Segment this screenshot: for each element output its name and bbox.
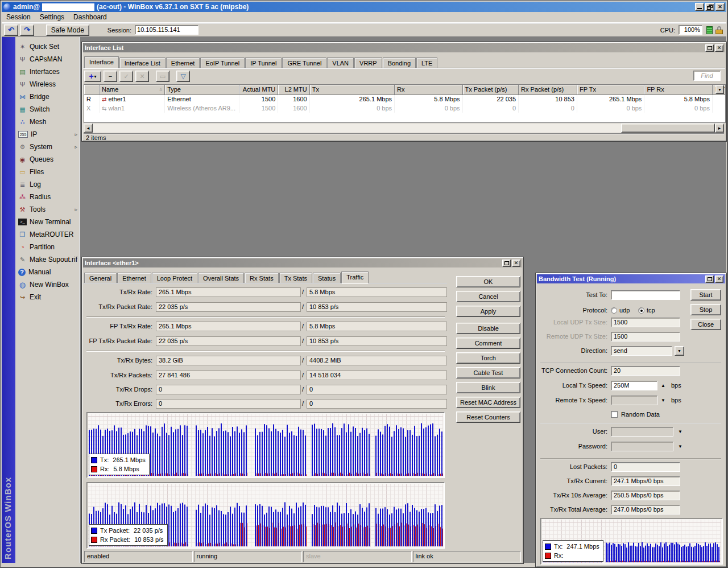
sidebar-item[interactable]: ▭ Files (15, 166, 80, 178)
col-tx-packet[interactable]: Tx Packet (p/s) (462, 85, 518, 94)
sidebar-item[interactable]: Ψ CAPsMAN (15, 53, 80, 65)
maximize-button[interactable] (705, 44, 714, 52)
redo-button[interactable]: ↷ (20, 24, 34, 36)
dialog-button[interactable]: Comment (456, 337, 520, 349)
sidebar-item[interactable]: ⋈ Bridge (15, 90, 80, 103)
tab-overall-stats[interactable]: Overall Stats (198, 273, 244, 283)
dropdown-button[interactable]: ▼ (675, 346, 684, 356)
col-fp-rx[interactable]: FP Rx (644, 85, 713, 94)
sidebar-item[interactable]: ▦ Switch (15, 103, 80, 116)
spin-up-icon[interactable]: ▲ (661, 383, 665, 388)
tab-general[interactable]: General (84, 273, 117, 283)
sidebar-item[interactable]: ▤ Interfaces (15, 65, 80, 78)
bw-button[interactable]: Start (690, 289, 721, 301)
col-tx[interactable]: Tx (309, 85, 394, 94)
remote-tx-speed-input[interactable] (611, 396, 657, 405)
sidebar-item[interactable]: ⚒ Tools ▹ (15, 203, 80, 216)
sidebar-item[interactable]: ≣ Log (15, 178, 80, 191)
close-icon[interactable]: ✕ (512, 260, 520, 267)
tab-interface[interactable]: Interface (84, 56, 119, 68)
sidebar-item[interactable]: ↪ Exit (15, 291, 80, 303)
sidebar-item[interactable]: Ψ Wireless (15, 78, 80, 90)
sidebar-item[interactable]: ◍ New WinBox (15, 278, 80, 291)
menu-dashboard[interactable]: Dashboard (69, 12, 111, 22)
remove-button[interactable]: − (104, 71, 117, 82)
session-address-field[interactable]: 10.105.115.141 (135, 25, 198, 35)
table-row-wlan1[interactable]: X ⇆wlan1 Wireless (Atheros AR9... 1500 1… (84, 104, 726, 113)
tab-lte[interactable]: LTE (416, 57, 437, 68)
dialog-button[interactable]: Disable (456, 323, 520, 334)
minimize-button[interactable] (695, 3, 704, 11)
tab-ethernet[interactable]: Ethernet (166, 57, 200, 68)
comment-button[interactable]: ▭ (156, 71, 169, 82)
horizontal-scrollbar[interactable]: ◂ ▸ (84, 124, 724, 133)
col-actual-mtu[interactable]: Actual MTU (239, 85, 278, 94)
close-icon[interactable]: ✕ (715, 275, 723, 283)
scroll-left-icon[interactable]: ◂ (84, 124, 93, 133)
menu-session[interactable]: Session (2, 12, 35, 22)
col-l2-mtu[interactable]: L2 MTU (278, 85, 309, 94)
direction-select[interactable]: send (611, 346, 672, 356)
close-button[interactable]: ✕ (715, 3, 725, 11)
tab-rx-stats[interactable]: Rx Stats (245, 273, 279, 283)
find-input[interactable]: Find (693, 71, 721, 81)
radio-tcp[interactable]: tcp (638, 307, 655, 314)
tab-ip-tunnel[interactable]: IP Tunnel (245, 57, 282, 68)
dialog-button[interactable]: Reset MAC Address (456, 397, 520, 408)
local-tx-speed-input[interactable]: 250M (611, 381, 657, 390)
spin-down-icon[interactable]: ▼ (661, 398, 665, 403)
tcp-connection-count-input[interactable]: 20 (611, 366, 680, 376)
menu-settings[interactable]: Settings (35, 12, 69, 22)
sidebar-item[interactable]: ⁂ Radius (15, 191, 80, 203)
sidebar-item[interactable]: ◉ Queues (15, 153, 80, 166)
sidebar-item[interactable]: ? Manual (15, 266, 80, 278)
col-rx[interactable]: Rx (395, 85, 463, 94)
tab-loop-protect[interactable]: Loop Protect (152, 273, 197, 283)
add-button[interactable]: +▾ (84, 71, 101, 82)
remote-udp-size-input[interactable]: 1500 (611, 332, 680, 341)
sidebar-item[interactable]: 255 IP ▹ (15, 128, 80, 141)
col-flags[interactable] (84, 85, 100, 94)
bw-button[interactable]: Close (690, 319, 721, 330)
maximize-button[interactable] (705, 275, 714, 283)
dialog-button[interactable]: Reset Counters (456, 411, 520, 423)
tab-vrrp[interactable]: VRRP (354, 57, 382, 68)
tab-ethernet[interactable]: Ethernet (117, 273, 151, 283)
col-fp-tx[interactable]: FP Tx (577, 85, 644, 94)
sidebar-item[interactable]: ✎ Make Supout.rif (15, 253, 80, 266)
dialog-button[interactable]: Cancel (456, 291, 520, 302)
enable-button[interactable]: ✓ (119, 71, 133, 82)
column-picker-button[interactable]: ▼ (715, 85, 724, 94)
dialog-button[interactable]: Apply (456, 306, 520, 317)
tab-tx-stats[interactable]: Tx Stats (279, 273, 312, 283)
safe-mode-button[interactable]: Safe Mode (46, 24, 89, 36)
dialog-button[interactable]: OK (456, 276, 520, 287)
sidebar-item[interactable]: ◔ Partition (15, 241, 80, 253)
scroll-right-icon[interactable]: ▸ (715, 124, 724, 133)
maximize-button[interactable] (502, 260, 511, 267)
sidebar-item[interactable]: >_ New Terminal (15, 216, 80, 228)
user-input[interactable] (611, 427, 673, 437)
tab-traffic[interactable]: Traffic (341, 271, 369, 283)
bw-button[interactable]: Stop (690, 304, 721, 315)
sidebar-item[interactable]: ∴ Mesh (15, 116, 80, 128)
dialog-button[interactable]: Cable Test (456, 367, 520, 378)
tab-interface-list[interactable]: Interface List (119, 57, 166, 68)
sidebar-item[interactable]: ⚙ System ▹ (15, 141, 80, 153)
tab-vlan[interactable]: VLAN (327, 57, 354, 68)
dialog-button[interactable]: Torch (456, 352, 520, 364)
dropdown-icon[interactable]: ▼ (678, 429, 682, 434)
sidebar-item[interactable]: ❒ MetaROUTER (15, 228, 80, 241)
dropdown-icon[interactable]: ▼ (678, 444, 682, 449)
tab-status[interactable]: Status (313, 273, 341, 283)
undo-button[interactable]: ↶ (4, 24, 18, 36)
disable-button[interactable]: ✕ (135, 71, 149, 82)
close-icon[interactable]: ✕ (715, 44, 723, 52)
tab-gre-tunnel[interactable]: GRE Tunnel (282, 57, 326, 68)
password-input[interactable] (611, 442, 673, 451)
filter-button[interactable]: ▽ (176, 71, 190, 82)
dialog-button[interactable]: Blink (456, 382, 520, 393)
sidebar-item[interactable]: ✶ Quick Set (15, 40, 80, 53)
tab-bonding[interactable]: Bonding (383, 57, 416, 68)
local-udp-size-input[interactable]: 1500 (611, 318, 680, 327)
